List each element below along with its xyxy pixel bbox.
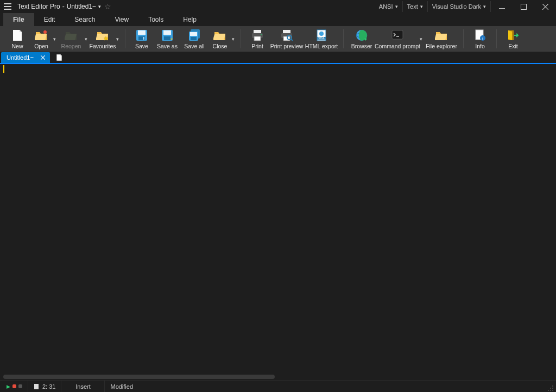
- theme-label: Visual Studio Dark: [432, 3, 481, 10]
- svg-point-36: [550, 388, 551, 389]
- play-icon[interactable]: ▶: [7, 384, 10, 389]
- stop-icon[interactable]: [18, 384, 22, 388]
- minimize-button[interactable]: [491, 0, 513, 13]
- menu-icon[interactable]: [2, 1, 13, 12]
- svg-rect-0: [499, 8, 505, 9]
- scrollbar-thumb[interactable]: [3, 375, 275, 379]
- fileexplorer-label: File explorer: [426, 43, 457, 49]
- chevron-down-icon: ▾: [420, 4, 423, 9]
- filetype-dropdown[interactable]: Text ▾: [403, 1, 428, 12]
- star-icon[interactable]: ☆: [104, 2, 111, 11]
- svg-text:i: i: [482, 36, 483, 41]
- printpreview-button[interactable]: Print preview: [269, 27, 304, 50]
- exit-label: Exit: [508, 43, 518, 49]
- maximize-button[interactable]: [513, 0, 534, 13]
- svg-rect-28: [392, 30, 403, 39]
- saveas-button[interactable]: Save as: [154, 27, 181, 50]
- encoding-dropdown[interactable]: ANSI ▾: [375, 1, 403, 12]
- ribbon-group-file: New Open ▾ Reopen ▾ Favourites ▾: [2, 27, 124, 50]
- svg-point-25: [319, 31, 324, 36]
- htmlexport-button[interactable]: HTML HTML export: [304, 27, 339, 50]
- close-file-button[interactable]: Close: [208, 27, 232, 50]
- document-icon: [34, 383, 39, 390]
- svg-rect-8: [163, 30, 171, 35]
- insert-mode[interactable]: Insert: [61, 381, 105, 392]
- print-label: Print: [251, 43, 263, 49]
- svg-text:HTML: HTML: [318, 36, 325, 40]
- ribbon-group-print: Print Print preview HTML HTML export: [242, 27, 342, 50]
- info-button[interactable]: i Info: [468, 27, 492, 50]
- reopen-label: Reopen: [61, 43, 81, 49]
- menu-label: View: [115, 16, 129, 23]
- fileexplorer-button[interactable]: File explorer: [424, 27, 459, 50]
- macro-controls[interactable]: ▶: [1, 381, 28, 392]
- menu-edit[interactable]: Edit: [34, 13, 65, 26]
- cursor-text: 2: 31: [42, 383, 55, 390]
- menu-file[interactable]: File: [3, 13, 34, 26]
- svg-point-17: [261, 34, 262, 35]
- horizontal-scrollbar[interactable]: [0, 374, 556, 380]
- svg-rect-13: [191, 37, 197, 40]
- save-button[interactable]: Save: [130, 27, 154, 50]
- menu-label: File: [13, 16, 24, 23]
- modified-label: Modified: [110, 383, 133, 390]
- theme-dropdown[interactable]: Visual Studio Dark ▾: [428, 1, 491, 12]
- encoding-label: ANSI: [379, 3, 393, 10]
- ribbon-group-save: Save Save as Save all Close ▾: [127, 27, 239, 50]
- chevron-down-icon[interactable]: ▾: [98, 4, 101, 9]
- menu-label: Help: [183, 16, 197, 23]
- browser-button[interactable]: Browser: [348, 27, 375, 50]
- statusbar: ▶ 2: 31 Insert Modified: [0, 380, 556, 392]
- filetype-label: Text: [407, 3, 418, 10]
- svg-point-40: [552, 390, 553, 391]
- menu-view[interactable]: View: [105, 13, 138, 26]
- exit-button[interactable]: Exit: [501, 27, 525, 50]
- commandprompt-button[interactable]: Command prompt: [375, 27, 420, 50]
- mode-label: Insert: [75, 383, 91, 390]
- menu-search[interactable]: Search: [65, 13, 105, 26]
- saveall-button[interactable]: Save all: [181, 27, 208, 50]
- document-tab[interactable]: Untitled1~: [1, 52, 50, 63]
- menu-tools[interactable]: Tools: [138, 13, 173, 26]
- svg-rect-1: [521, 4, 526, 9]
- resize-grip-icon[interactable]: [546, 384, 554, 391]
- text-editor[interactable]: [0, 64, 556, 374]
- ribbon-group-info: i Info: [465, 27, 495, 50]
- svg-rect-34: [34, 384, 39, 389]
- printpreview-label: Print preview: [270, 43, 304, 49]
- menubar: File Edit Search View Tools Help: [0, 13, 556, 26]
- chevron-down-icon: ▾: [483, 4, 486, 9]
- favourites-label: Favourites: [89, 43, 116, 49]
- ribbon-toolbar: New Open ▾ Reopen ▾ Favourites ▾ Save: [0, 26, 556, 52]
- print-button[interactable]: Print: [245, 27, 269, 50]
- new-tab-button[interactable]: [53, 52, 65, 63]
- svg-point-35: [552, 385, 553, 387]
- window-controls: [491, 0, 556, 13]
- htmlexport-label: HTML export: [305, 43, 338, 49]
- record-icon[interactable]: [12, 384, 16, 388]
- svg-rect-12: [190, 32, 197, 36]
- favourites-button[interactable]: Favourites: [89, 27, 116, 50]
- menu-help[interactable]: Help: [173, 13, 206, 26]
- close-icon[interactable]: [39, 54, 47, 61]
- document-name: Untitled1~: [67, 3, 96, 10]
- chevron-down-icon: ▾: [395, 4, 398, 9]
- saveall-label: Save all: [184, 43, 204, 49]
- close-button[interactable]: [534, 0, 556, 13]
- titlebar: Text Editor Pro - Untitled1~ ▾ ☆ ANSI ▾ …: [0, 0, 556, 13]
- info-label: Info: [475, 43, 485, 49]
- svg-point-39: [550, 390, 551, 391]
- close-file-label: Close: [213, 43, 228, 49]
- open-button[interactable]: Open: [29, 27, 53, 50]
- svg-rect-4: [138, 30, 146, 35]
- ribbon-group-exit: Exit: [498, 27, 528, 50]
- save-label: Save: [135, 43, 148, 49]
- modified-status: Modified: [105, 381, 138, 392]
- commandprompt-label: Command prompt: [375, 43, 420, 49]
- svg-rect-18: [283, 30, 290, 33]
- menu-label: Edit: [44, 16, 55, 23]
- editor-area: [0, 64, 556, 380]
- tab-label: Untitled1~: [7, 54, 34, 61]
- new-button[interactable]: New: [5, 27, 29, 50]
- tabstrip: Untitled1~: [0, 52, 556, 64]
